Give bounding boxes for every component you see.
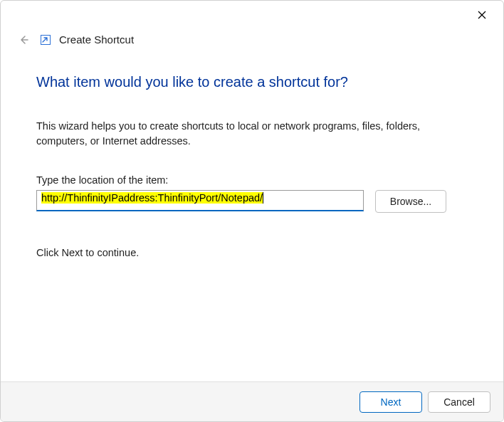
close-button[interactable] <box>468 4 496 26</box>
wizard-description: This wizard helps you to create shortcut… <box>36 119 435 149</box>
browse-button[interactable]: Browse... <box>375 190 446 213</box>
location-label: Type the location of the item: <box>36 174 468 186</box>
svg-rect-2 <box>41 35 51 44</box>
location-row: http://ThinfinityIPaddress:ThinfinityPor… <box>36 190 468 213</box>
location-input[interactable]: http://ThinfinityIPaddress:ThinfinityPor… <box>36 190 364 211</box>
cancel-button[interactable]: Cancel <box>428 391 490 413</box>
wizard-footer: Next Cancel <box>1 381 503 421</box>
page-heading: What item would you like to create a sho… <box>36 74 468 90</box>
next-button[interactable]: Next <box>359 391 422 413</box>
header-title: Create Shortcut <box>59 33 134 46</box>
continue-hint: Click Next to continue. <box>36 247 468 258</box>
arrow-left-icon <box>18 34 29 46</box>
location-input-value: http://ThinfinityIPaddress:ThinfinityPor… <box>41 192 263 204</box>
close-icon <box>478 11 486 19</box>
wizard-content: What item would you like to create a sho… <box>1 46 503 381</box>
shortcut-icon <box>41 35 51 45</box>
wizard-header: Create Shortcut <box>1 29 503 46</box>
titlebar <box>1 1 503 29</box>
back-button[interactable] <box>15 34 32 46</box>
text-caret: ​ <box>263 192 263 204</box>
